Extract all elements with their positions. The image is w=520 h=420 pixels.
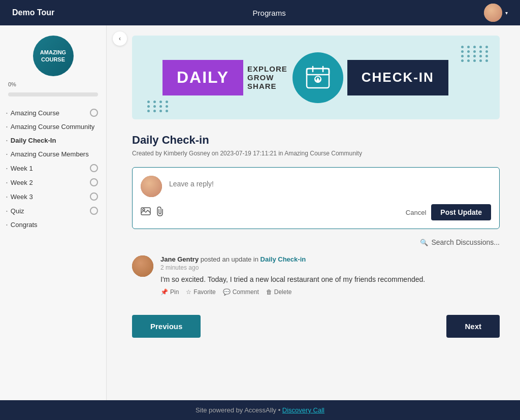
reply-input[interactable] [169, 176, 491, 192]
check-circle-icon [90, 178, 98, 186]
content-area: ‹ DAILY EXPLORE GROW SHARE [107, 25, 520, 400]
sidebar-item-amazing-course[interactable]: • Amazing Course [0, 106, 106, 120]
search-icon: 🔍 [420, 239, 428, 246]
progress-label: 0% [8, 81, 98, 87]
post-author-line: Jane Gentry posted an update in Daily Ch… [160, 255, 500, 263]
bullet-icon: • [6, 222, 8, 227]
bullet-icon: • [6, 124, 8, 129]
hero-grow-label: GROW [247, 73, 287, 82]
sidebar-logo-area: AMAZINGCOURSE 0% [0, 25, 106, 102]
app-title: Demo Tour [12, 8, 54, 17]
sidebar-item-congrats[interactable]: • Congrats [0, 218, 106, 232]
post-action-text: posted an update in [201, 255, 261, 263]
bullet-icon: • [6, 166, 8, 171]
hero-daily-label: DAILY [162, 60, 243, 95]
nav-programs[interactable]: Programs [253, 9, 286, 17]
post-title: Daily Check-in [132, 134, 500, 147]
sidebar-item-label: Amazing Course Members [11, 150, 89, 158]
progress-bar-track [8, 92, 98, 96]
check-circle-icon [90, 192, 98, 201]
user-avatar-menu[interactable]: ▾ [484, 4, 508, 22]
hero-calendar-circle [292, 52, 343, 103]
hero-dots-bottom-decoration [147, 101, 170, 112]
user-avatar[interactable] [484, 4, 502, 22]
search-discussions-label: Search Discussions... [431, 238, 500, 246]
previous-button[interactable]: Previous [132, 315, 201, 338]
discovery-call-link[interactable]: Discovery Call [282, 406, 324, 414]
footer: Site powered by AccessAlly • Discovery C… [0, 400, 520, 420]
pin-icon: 📌 [160, 288, 168, 296]
sidebar-item-amazing-course-community[interactable]: • Amazing Course Community [0, 120, 106, 134]
sidebar-item-week-2[interactable]: • Week 2 [0, 175, 106, 189]
post-meta: Created by Kimberly Gosney on 2023-07-19… [132, 150, 500, 157]
hero-checkin-label: CHECK-IN [347, 60, 448, 95]
hero-banner: DAILY EXPLORE GROW SHARE [132, 36, 500, 119]
sidebar: AMAZINGCOURSE 0% • Amazing Course • Amaz… [0, 25, 107, 400]
sidebar-item-label: Quiz [11, 207, 24, 215]
bullet-icon: • [6, 152, 8, 156]
post-author-name: Jane Gentry [160, 255, 199, 263]
commenter-avatar [132, 255, 153, 277]
hero-text-stack: EXPLORE GROW SHARE [247, 64, 287, 90]
reply-icon-group [141, 206, 164, 218]
sidebar-item-label: Week 3 [11, 193, 33, 201]
bullet-icon: • [6, 195, 8, 199]
bullet-icon: • [6, 138, 8, 143]
reply-toolbar: Cancel Post Update [141, 204, 491, 220]
course-logo: AMAZINGCOURSE [33, 36, 74, 76]
sidebar-item-daily-check-in[interactable]: • Daily Check-In [0, 134, 106, 147]
hero-share-label: SHARE [247, 82, 287, 90]
sidebar-item-label: Daily Check-In [11, 137, 56, 144]
check-circle-icon [90, 109, 98, 117]
footer-text: Site powered by AccessAlly • [196, 406, 280, 414]
file-attach-button[interactable] [156, 206, 164, 218]
post-actions: 📌 Pin ☆ Favorite 💬 Comment 🗑 [160, 288, 500, 296]
star-icon: ☆ [186, 288, 191, 296]
avatar-image [484, 4, 502, 22]
cancel-button[interactable]: Cancel [406, 209, 426, 216]
check-circle-icon [90, 207, 98, 215]
chevron-down-icon: ▾ [505, 10, 508, 16]
reply-box: Cancel Post Update [132, 167, 500, 229]
calendar-icon [304, 63, 332, 92]
post-update-button[interactable]: Post Update [431, 204, 491, 220]
reply-actions: Cancel Post Update [406, 204, 491, 220]
favorite-button[interactable]: ☆ Favorite [186, 288, 215, 296]
sidebar-nav: • Amazing Course • Amazing Course Commun… [0, 102, 106, 236]
sidebar-item-week-3[interactable]: • Week 3 [0, 189, 106, 204]
main-layout: AMAZINGCOURSE 0% • Amazing Course • Amaz… [0, 25, 520, 400]
bullet-icon: • [6, 111, 8, 115]
hero-dots-decoration [461, 46, 490, 62]
sidebar-item-label: Week 2 [11, 179, 33, 186]
post-timestamp: 2 minutes ago [160, 264, 500, 271]
comment-button[interactable]: 💬 Comment [223, 288, 259, 296]
sidebar-item-label: Week 1 [11, 165, 33, 172]
content-inner: DAILY EXPLORE GROW SHARE [107, 25, 520, 358]
svg-rect-1 [307, 69, 329, 75]
sidebar-item-amazing-course-members[interactable]: • Amazing Course Members [0, 147, 106, 161]
delete-button[interactable]: 🗑 Delete [266, 288, 292, 296]
pin-button[interactable]: 📌 Pin [160, 288, 179, 296]
sidebar-item-quiz[interactable]: • Quiz [0, 204, 106, 218]
attachment-icon [156, 206, 164, 216]
image-attach-button[interactable] [141, 206, 151, 218]
sidebar-item-label: Congrats [11, 221, 38, 229]
current-user-avatar [141, 176, 162, 197]
collapse-sidebar-button[interactable]: ‹ [113, 31, 127, 46]
top-nav: Demo Tour Programs ▾ [0, 0, 520, 25]
nav-buttons: Previous Next [132, 305, 500, 343]
sidebar-item-label: Amazing Course [11, 109, 59, 117]
post-topic-link[interactable]: Daily Check-in [261, 255, 306, 263]
check-circle-icon [90, 164, 98, 172]
sidebar-item-week-1[interactable]: • Week 1 [0, 161, 106, 175]
post-item: Jane Gentry posted an update in Daily Ch… [132, 255, 500, 296]
hero-explore-label: EXPLORE [247, 64, 287, 73]
image-icon [141, 207, 151, 215]
next-button[interactable]: Next [446, 315, 500, 338]
post-content: Jane Gentry posted an update in Daily Ch… [160, 255, 500, 296]
trash-icon: 🗑 [266, 288, 272, 296]
bullet-icon: • [6, 209, 8, 213]
search-discussions-button[interactable]: 🔍 Search Discussions... [420, 238, 500, 246]
search-row: 🔍 Search Discussions... [132, 238, 500, 246]
sidebar-item-label: Amazing Course Community [11, 123, 94, 131]
